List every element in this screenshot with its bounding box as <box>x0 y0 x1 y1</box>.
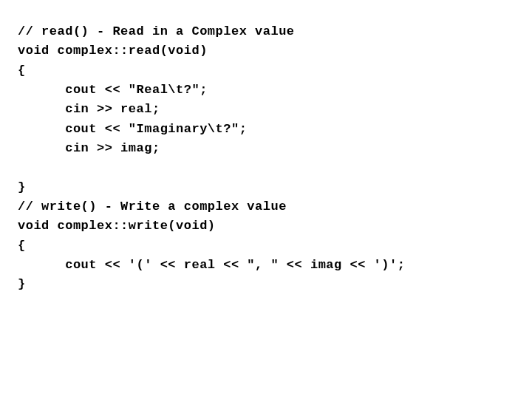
code-line: cout << '(' << real << ", " << imag << '… <box>18 258 405 272</box>
code-line: cin >> imag; <box>18 141 160 155</box>
code-line: { <box>18 239 26 253</box>
code-line: void complex::write(void) <box>18 219 216 233</box>
code-line: } <box>18 277 26 291</box>
code-line: cout << "Real\t?"; <box>18 83 208 97</box>
code-line: { <box>18 64 26 78</box>
code-block: // read() - Read in a Complex value void… <box>0 0 532 317</box>
code-line: void complex::read(void) <box>18 44 208 58</box>
code-line: cin >> real; <box>18 102 160 116</box>
code-line: // read() - Read in a Complex value <box>18 24 295 38</box>
code-line: // write() - Write a complex value <box>18 200 287 214</box>
code-line: } <box>18 180 26 194</box>
code-line: cout << "Imaginary\t?"; <box>18 122 247 136</box>
